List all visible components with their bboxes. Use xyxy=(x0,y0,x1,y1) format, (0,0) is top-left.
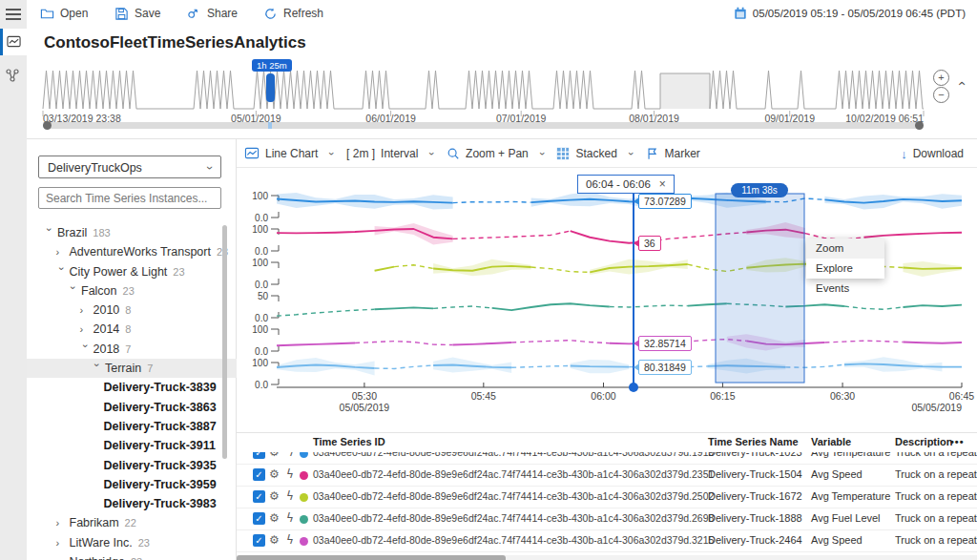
col-description: Description xyxy=(895,436,953,447)
gear-icon[interactable]: ⚙ xyxy=(269,489,280,503)
tree-item-fabrikam[interactable]: ›Fabrikam22 xyxy=(27,513,237,532)
slider-handle-left[interactable] xyxy=(43,121,52,130)
stack-mode-label: Stacked xyxy=(575,147,616,160)
table-row[interactable]: ✓⚙ϟ03a40ee0-db72-4efd-80de-89e9e6df24ac.… xyxy=(237,464,977,486)
availability-range-pill: 1h 25m xyxy=(252,59,292,72)
tree-item-city-power-light[interactable]: ›City Power & Light23 xyxy=(27,262,237,281)
marker-handle[interactable] xyxy=(629,383,638,392)
row-checkbox[interactable]: ✓ xyxy=(253,534,265,547)
events-bolt-icon[interactable]: ϟ xyxy=(286,511,294,525)
chart-type-label: Line Chart xyxy=(265,147,318,160)
tree-item-terrain[interactable]: ›Terrain7 xyxy=(27,359,237,378)
download-button[interactable]: ↓ Download xyxy=(901,139,964,168)
chevron-collapsed-icon[interactable]: › xyxy=(56,552,67,560)
marker-button[interactable]: Marker xyxy=(646,147,700,160)
tree-item-delivery-truck-3983[interactable]: Delivery-Truck-3983 xyxy=(27,494,237,513)
availability-brush[interactable] xyxy=(266,73,275,102)
availability-slider[interactable] xyxy=(43,122,924,129)
zoom-pan-button[interactable]: Zoom + Pan xyxy=(447,147,529,160)
tree-item-delivery-truck-3959[interactable]: Delivery-Truck-3959 xyxy=(27,475,237,494)
collapse-availability-icon[interactable]: › xyxy=(952,81,968,86)
events-bolt-icon[interactable]: ϟ xyxy=(286,467,294,481)
stack-mode-chevron-icon[interactable]: › xyxy=(626,152,637,156)
horizontal-scrollbar-thumb[interactable] xyxy=(237,555,506,560)
tree-item-2014[interactable]: ›20148 xyxy=(27,320,237,339)
tree-item-delivery-truck-3863[interactable]: Delivery-Truck-3863 xyxy=(27,398,237,417)
refresh-icon xyxy=(263,7,278,21)
selection-region[interactable] xyxy=(716,194,804,383)
tree-item-delivery-truck-3911[interactable]: Delivery-Truck-3911 xyxy=(27,436,237,455)
events-bolt-icon[interactable]: ϟ xyxy=(286,489,294,503)
table-row[interactable]: ✓⚙ϟ03a40ee0-db72-4efd-80de-89e9e6df24ac.… xyxy=(237,508,977,529)
chevron-expanded-icon[interactable]: › xyxy=(75,343,94,354)
tree-scrollbar[interactable] xyxy=(222,225,227,459)
interval-chevron-icon[interactable]: › xyxy=(426,152,438,156)
search-input[interactable] xyxy=(38,187,221,209)
tree-item-2018[interactable]: ›20187 xyxy=(27,340,237,359)
tree-item-falcon[interactable]: ›Falcon23 xyxy=(27,281,237,301)
stack-mode-button[interactable]: Stacked xyxy=(556,147,616,160)
zoom-in-button[interactable]: + xyxy=(933,70,949,86)
chevron-collapsed-icon[interactable]: › xyxy=(56,242,67,261)
table-row[interactable]: ✓⚙ϟ03a40ee0-db72-4efd-80de-89e9e6df24ac.… xyxy=(237,486,977,508)
chevron-collapsed-icon[interactable]: › xyxy=(80,320,91,339)
cell-name: Delivery-Truck-1672 xyxy=(708,490,802,502)
save-button[interactable]: Save xyxy=(114,0,160,27)
svg-text:0.0: 0.0 xyxy=(255,246,268,257)
rail-item-model[interactable] xyxy=(4,67,23,86)
chevron-expanded-icon[interactable]: › xyxy=(87,363,106,374)
chevron-collapsed-icon[interactable]: › xyxy=(56,513,67,532)
context-menu-item-zoom[interactable]: Zoom xyxy=(806,239,884,259)
horizontal-scrollbar[interactable] xyxy=(237,555,977,560)
chevron-collapsed-icon[interactable]: › xyxy=(80,301,91,320)
tree-item-litware-inc-[interactable]: ›LitWare Inc.23 xyxy=(27,533,237,552)
main-chart-svg[interactable]: 1000.01000.01000.0500.01000.01000.005:30… xyxy=(237,168,977,418)
close-icon[interactable]: × xyxy=(659,177,666,191)
hamburger-menu-icon[interactable] xyxy=(6,9,21,20)
slider-handle-right[interactable] xyxy=(915,121,924,130)
chart-type-button[interactable]: Line Chart xyxy=(244,146,318,160)
events-bolt-icon[interactable]: ϟ xyxy=(286,533,294,547)
cell-name: Delivery-Truck-1504 xyxy=(708,468,802,480)
refresh-button[interactable]: Refresh xyxy=(263,0,323,27)
col-time-series-id: Time Series ID xyxy=(313,436,385,447)
tree-item-brazil[interactable]: ›Brazil183 xyxy=(27,223,237,242)
row-checkbox[interactable]: ✓ xyxy=(253,512,265,525)
chevron-expanded-icon[interactable]: › xyxy=(63,286,82,297)
tree-item-label: Falcon xyxy=(81,284,117,298)
badge-arrow-icon xyxy=(634,197,639,205)
cell-id: 03a40ee0-db72-4efd-80de-89e9e6df24ac.74f… xyxy=(313,512,714,524)
context-menu-item-explore-events[interactable]: Explore Events xyxy=(806,259,884,279)
svg-text:0.0: 0.0 xyxy=(255,380,268,390)
interval-button[interactable]: [ 2m ] Interval xyxy=(346,147,418,160)
chart-type-chevron-icon[interactable]: › xyxy=(326,152,338,156)
zoom-out-button[interactable]: − xyxy=(933,87,949,103)
tree-item-delivery-truck-3839[interactable]: Delivery-Truck-3839 xyxy=(27,378,237,397)
gear-icon[interactable]: ⚙ xyxy=(269,511,280,525)
tree-item-delivery-truck-3887[interactable]: Delivery-Truck-3887 xyxy=(27,417,237,436)
time-range-picker[interactable]: 05/05/2019 05:19 - 05/05/2019 06:45 (PDT… xyxy=(734,0,966,27)
tree-item-label: Brazil xyxy=(57,226,87,239)
chevron-expanded-icon[interactable]: › xyxy=(39,228,58,239)
more-columns-icon[interactable]: ••• xyxy=(950,436,965,447)
badge-arrow-icon xyxy=(634,363,639,371)
rail-item-analyze[interactable] xyxy=(0,29,27,55)
dataset-dropdown[interactable]: DeliveryTruckOps › xyxy=(38,156,221,178)
gear-icon[interactable]: ⚙ xyxy=(269,467,280,481)
chevron-collapsed-icon[interactable]: › xyxy=(56,533,67,552)
tree-item-delivery-truck-3935[interactable]: Delivery-Truck-3935 xyxy=(27,456,237,475)
chevron-expanded-icon[interactable]: › xyxy=(52,266,71,277)
zoom-pan-chevron-icon[interactable]: › xyxy=(537,152,549,156)
availability-chart[interactable]: 03/13/2019 23:3805/01/201906/01/201907/0… xyxy=(27,61,977,124)
tree-item-2010[interactable]: ›20108 xyxy=(27,301,237,320)
table-row[interactable]: ✓⚙ϟ03a40ee0-db72-4efd-80de-89e9e6df24ac.… xyxy=(237,529,977,551)
row-checkbox[interactable]: ✓ xyxy=(253,468,265,481)
row-checkbox[interactable]: ✓ xyxy=(253,490,265,503)
tree-item-northridge[interactable]: ›Northridge23 xyxy=(27,552,237,560)
gear-icon[interactable]: ⚙ xyxy=(269,533,280,547)
svg-text:06:15: 06:15 xyxy=(710,390,735,402)
open-button[interactable]: Open xyxy=(40,0,88,27)
tree-item-adventureworks-transport[interactable]: ›AdventureWorks Transport23 xyxy=(27,242,237,261)
share-button[interactable]: Share xyxy=(187,0,238,27)
chart-region[interactable]: 1000.01000.01000.0500.01000.01000.005:30… xyxy=(237,168,977,432)
